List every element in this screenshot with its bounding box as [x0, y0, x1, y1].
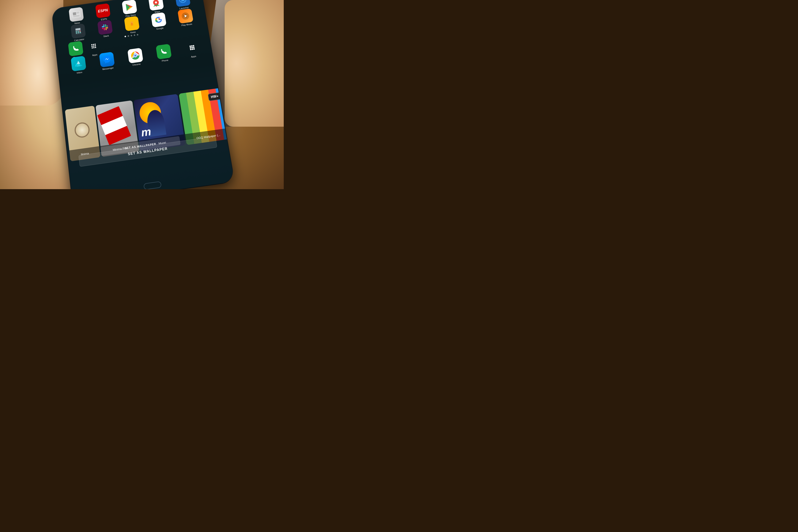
messenger-icon — [99, 52, 115, 67]
maps-icon — [148, 0, 164, 11]
calculator-icon — [71, 23, 86, 39]
playmusic-label: Play Music — [181, 23, 192, 26]
svg-point-24 — [91, 44, 93, 45]
home-button[interactable] — [143, 181, 162, 189]
app-item-calculator[interactable]: Calculator — [71, 23, 86, 42]
svg-point-45 — [191, 48, 193, 50]
svg-point-41 — [190, 47, 191, 49]
dock-phone-label: Phone — [162, 59, 169, 62]
dot-5[interactable] — [137, 34, 138, 36]
svg-point-26 — [94, 43, 96, 45]
dot-1[interactable] — [125, 36, 126, 37]
slack-icon — [97, 20, 113, 35]
svg-point-31 — [93, 47, 95, 49]
dock-phone-icon — [156, 44, 172, 59]
page-dots — [125, 34, 138, 37]
news-icon — [69, 7, 84, 22]
svg-rect-14 — [76, 33, 77, 34]
svg-rect-11 — [76, 31, 77, 32]
slack-label: Slack — [103, 34, 109, 38]
svg-rect-1 — [73, 12, 76, 15]
dock-inbox[interactable]: Inbox — [71, 56, 87, 75]
svg-point-42 — [191, 47, 193, 49]
inbox-icon — [71, 56, 86, 72]
svg-point-43 — [193, 47, 195, 48]
dock-apps-icon — [184, 40, 200, 56]
svg-rect-12 — [77, 31, 79, 32]
app-item-playstore[interactable]: Play Store — [121, 0, 138, 18]
dock-apps[interactable]: Apps — [184, 40, 201, 59]
set-wallpaper-label: SET AS WALLPAPER — [128, 147, 168, 156]
app-item-espn[interactable]: ESPN ESPN — [95, 3, 111, 21]
dot-4[interactable] — [134, 34, 135, 36]
svg-point-39 — [191, 45, 193, 47]
svg-marker-33 — [76, 61, 80, 64]
app-item-slack[interactable]: Slack — [97, 20, 113, 38]
app-item-news[interactable]: News — [69, 7, 84, 25]
svg-point-38 — [189, 45, 191, 47]
dock-messenger[interactable]: Messenger — [99, 52, 115, 71]
phone: News ESPN ESPN Play St — [52, 0, 234, 189]
dot-2[interactable] — [128, 35, 129, 37]
google-icon — [151, 12, 167, 27]
svg-point-32 — [95, 47, 96, 48]
launcher-icon — [175, 0, 191, 7]
app-item-playmusic[interactable]: Play Music — [177, 8, 194, 27]
phone-screen: News ESPN ESPN Play St — [52, 0, 234, 189]
svg-point-29 — [95, 45, 96, 46]
wallpaper-panel: Ilinima Minima Pro m — [63, 88, 232, 189]
chrome-label: Chrome — [132, 63, 141, 66]
svg-point-28 — [93, 45, 95, 47]
playmusic-icon — [177, 8, 194, 24]
chrome-icon — [127, 48, 143, 63]
svg-rect-16 — [80, 32, 81, 33]
app-item-keep[interactable]: Keep — [124, 16, 140, 34]
svg-rect-13 — [79, 31, 81, 32]
apps-icon — [86, 38, 101, 54]
svg-point-44 — [190, 49, 192, 50]
svg-point-40 — [193, 45, 194, 47]
messenger-label: Messenger — [102, 66, 114, 71]
svg-point-46 — [193, 48, 195, 50]
svg-rect-15 — [78, 32, 79, 33]
svg-point-25 — [93, 44, 94, 45]
inbox-label: Inbox — [77, 71, 82, 74]
svg-point-27 — [91, 45, 93, 47]
keep-icon — [124, 16, 139, 31]
dock-phone[interactable]: Phone — [156, 44, 172, 63]
espn-icon: ESPN — [95, 3, 111, 18]
dock-chrome[interactable]: Chrome — [127, 48, 144, 67]
keep-label: Keep — [130, 31, 136, 34]
phone-icon — [68, 41, 83, 57]
app-item-google[interactable]: Google — [151, 12, 167, 31]
svg-point-30 — [92, 47, 93, 49]
google-label: Google — [156, 27, 164, 30]
app-item-maps[interactable]: Maps — [148, 0, 165, 14]
playstore-icon — [121, 0, 137, 15]
dot-3[interactable] — [131, 35, 132, 37]
dock-apps-label: Apps — [191, 55, 196, 58]
